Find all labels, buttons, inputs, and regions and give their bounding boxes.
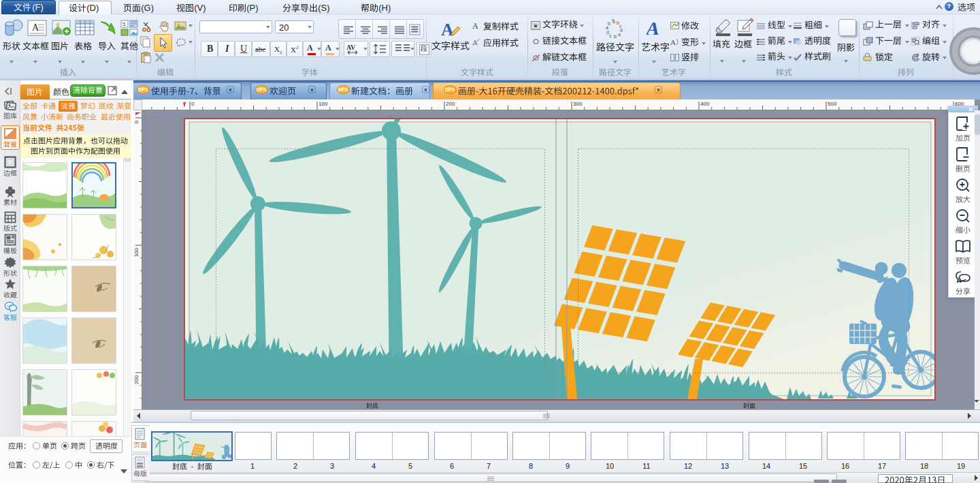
svg-text:AV: AV [346, 44, 356, 51]
svg-text:A: A [647, 19, 662, 37]
svg-text:100: 100 [318, 101, 328, 107]
svg-text:A: A [441, 20, 454, 40]
svg-text:200: 200 [133, 375, 140, 384]
svg-text:400: 400 [700, 101, 710, 107]
svg-text:300: 300 [573, 101, 583, 107]
svg-text:a: a [618, 32, 621, 37]
svg-text:c: c [609, 33, 612, 38]
svg-text:A: A [472, 21, 478, 30]
svg-text:b: b [608, 21, 610, 26]
svg-text:a: a [606, 25, 608, 30]
svg-text:5: 5 [122, 21, 126, 27]
svg-text:0: 0 [191, 101, 195, 107]
svg-text:A: A [670, 38, 676, 46]
svg-text:d: d [606, 30, 609, 35]
svg-text:500: 500 [828, 101, 837, 107]
svg-text:b: b [614, 34, 617, 39]
svg-text:0: 0 [133, 120, 140, 123]
svg-text:200: 200 [446, 101, 455, 107]
svg-text:100: 100 [133, 247, 140, 257]
